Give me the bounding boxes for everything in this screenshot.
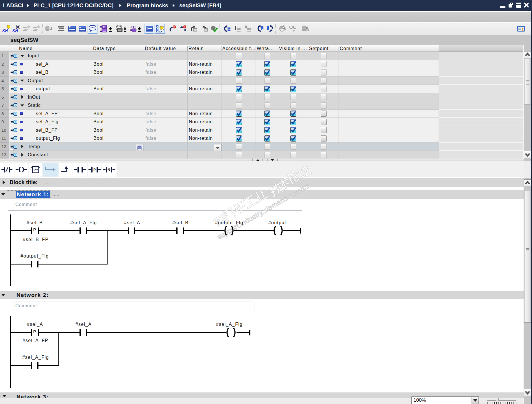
svg-text:KH: KH — [12, 28, 18, 32]
svg-text:01: 01 — [103, 26, 106, 29]
svg-text:P: P — [93, 168, 96, 172]
svg-text:N: N — [108, 168, 110, 172]
svg-text:??: ?? — [34, 168, 38, 172]
svg-text:KH: KH — [2, 28, 8, 32]
